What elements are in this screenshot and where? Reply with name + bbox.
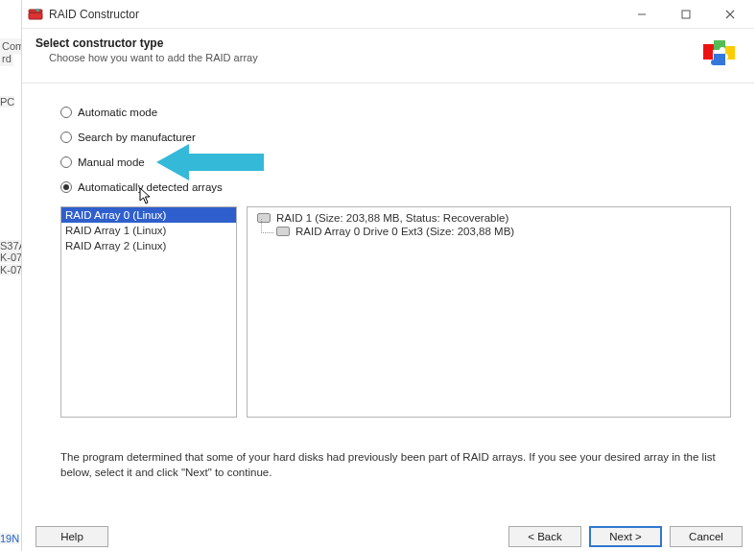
radio-label: Automatically detected arrays xyxy=(78,181,223,193)
bg-fragment: 19N xyxy=(0,533,19,544)
radio-label: Automatic mode xyxy=(78,107,157,118)
radio-icon xyxy=(60,181,72,193)
window-title: RAID Constructor xyxy=(49,8,139,21)
wizard-footer: Help < Back Next > Cancel xyxy=(22,522,754,551)
radio-automatically-detected-arrays[interactable]: Automatically detected arrays xyxy=(60,181,731,193)
radio-manual-mode[interactable]: Manual mode xyxy=(60,156,731,168)
back-button[interactable]: < Back xyxy=(508,526,581,547)
svg-rect-1 xyxy=(29,10,42,12)
tree-node-label: RAID 1 (Size: 203,88 MB, Status: Recover… xyxy=(276,212,508,224)
list-item[interactable]: RAID Array 1 (Linux) xyxy=(61,223,236,238)
cancel-button[interactable]: Cancel xyxy=(670,526,743,547)
list-item[interactable]: RAID Array 0 (Linux) xyxy=(61,207,236,223)
radio-automatic-mode[interactable]: Automatic mode xyxy=(60,107,731,118)
page-subtitle: Choose how you want to add the RAID arra… xyxy=(35,52,687,63)
tree-node[interactable]: RAID 1 (Size: 203,88 MB, Status: Recover… xyxy=(249,211,728,225)
wizard-body: Automatic mode Search by manufacturer Ma… xyxy=(22,84,754,488)
disk-icon xyxy=(276,227,290,236)
minimize-button[interactable] xyxy=(620,0,664,29)
close-button[interactable] xyxy=(708,0,752,29)
tree-node-label: RAID Array 0 Drive 0 Ext3 (Size: 203,88 … xyxy=(295,226,514,237)
raid-constructor-window: RAID Constructor Select constructor type… xyxy=(21,0,754,551)
page-title: Select constructor type xyxy=(35,36,687,50)
bg-fragment: PC xyxy=(0,96,14,108)
titlebar: RAID Constructor xyxy=(22,0,754,29)
list-item[interactable]: RAID Array 2 (Linux) xyxy=(61,238,236,253)
tree-node[interactable]: RAID Array 0 Drive 0 Ext3 (Size: 203,88 … xyxy=(249,225,728,238)
radio-icon xyxy=(60,107,72,118)
svg-rect-4 xyxy=(682,11,690,18)
radio-icon xyxy=(60,132,72,143)
help-button[interactable]: Help xyxy=(35,526,108,547)
bg-fragment: rd xyxy=(0,51,13,66)
puzzle-icon xyxy=(697,36,739,75)
array-contents-tree[interactable]: RAID 1 (Size: 203,88 MB, Status: Recover… xyxy=(247,206,731,418)
radio-icon xyxy=(60,156,72,168)
wizard-header: Select constructor type Choose how you w… xyxy=(22,29,754,84)
app-icon xyxy=(28,7,43,22)
hint-text: The program determined that some of your… xyxy=(60,450,722,480)
next-button[interactable]: Next > xyxy=(589,526,662,547)
arrays-listbox[interactable]: RAID Array 0 (Linux) RAID Array 1 (Linux… xyxy=(60,206,237,418)
maximize-button[interactable] xyxy=(664,0,708,29)
radio-search-by-manufacturer[interactable]: Search by manufacturer xyxy=(60,132,731,143)
radio-label: Search by manufacturer xyxy=(78,132,196,143)
radio-label: Manual mode xyxy=(78,156,145,168)
svg-rect-0 xyxy=(29,12,42,19)
